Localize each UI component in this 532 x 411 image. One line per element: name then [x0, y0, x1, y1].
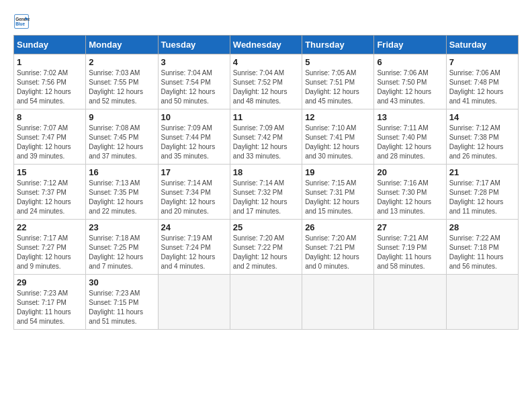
- day-cell-29: 29Sunrise: 7:23 AMSunset: 7:17 PMDayligh…: [14, 275, 86, 330]
- day-info: Sunrise: 7:18 AMSunset: 7:25 PMDaylight:…: [89, 234, 154, 271]
- day-info: Sunrise: 7:02 AMSunset: 7:56 PMDaylight:…: [17, 68, 83, 106]
- day-info: Sunrise: 7:22 AMSunset: 7:18 PMDaylight:…: [449, 234, 515, 271]
- day-number: 21: [449, 167, 515, 177]
- day-info: Sunrise: 7:20 AMSunset: 7:22 PMDaylight:…: [233, 234, 299, 271]
- day-number: 9: [89, 112, 154, 122]
- day-cell-22: 22Sunrise: 7:17 AMSunset: 7:27 PMDayligh…: [14, 220, 86, 275]
- day-number: 15: [17, 167, 83, 177]
- day-cell-25: 25Sunrise: 7:20 AMSunset: 7:22 PMDayligh…: [230, 220, 302, 275]
- day-info: Sunrise: 7:05 AMSunset: 7:51 PMDaylight:…: [305, 68, 371, 106]
- day-number: 2: [89, 57, 154, 67]
- day-info: Sunrise: 7:06 AMSunset: 7:48 PMDaylight:…: [449, 68, 515, 106]
- day-info: Sunrise: 7:17 AMSunset: 7:27 PMDaylight:…: [17, 234, 83, 271]
- day-number: 14: [449, 112, 515, 122]
- day-cell-3: 3Sunrise: 7:04 AMSunset: 7:54 PMDaylight…: [158, 54, 230, 109]
- day-number: 6: [377, 57, 443, 67]
- day-header-sunday: Sunday: [14, 36, 86, 54]
- day-number: 1: [17, 57, 83, 67]
- day-header-monday: Monday: [86, 36, 158, 54]
- day-header-tuesday: Tuesday: [158, 36, 230, 54]
- day-info: Sunrise: 7:04 AMSunset: 7:54 PMDaylight:…: [161, 68, 227, 106]
- day-cell-13: 13Sunrise: 7:11 AMSunset: 7:40 PMDayligh…: [374, 109, 446, 165]
- day-info: Sunrise: 7:10 AMSunset: 7:41 PMDaylight:…: [305, 124, 371, 161]
- day-cell-15: 15Sunrise: 7:12 AMSunset: 7:37 PMDayligh…: [14, 165, 86, 220]
- day-cell-2: 2Sunrise: 7:03 AMSunset: 7:55 PMDaylight…: [86, 54, 158, 109]
- day-number: 8: [17, 112, 83, 122]
- day-number: 24: [161, 222, 227, 232]
- day-number: 20: [377, 167, 443, 177]
- day-cell-4: 4Sunrise: 7:04 AMSunset: 7:52 PMDaylight…: [230, 54, 302, 109]
- day-info: Sunrise: 7:20 AMSunset: 7:21 PMDaylight:…: [305, 234, 371, 271]
- day-cell-7: 7Sunrise: 7:06 AMSunset: 7:48 PMDaylight…: [446, 54, 518, 109]
- day-number: 13: [377, 112, 443, 122]
- empty-cell: [158, 275, 230, 330]
- day-cell-1: 1Sunrise: 7:02 AMSunset: 7:56 PMDaylight…: [14, 54, 86, 109]
- week-row-2: 8Sunrise: 7:07 AMSunset: 7:47 PMDaylight…: [14, 109, 519, 165]
- day-info: Sunrise: 7:08 AMSunset: 7:45 PMDaylight:…: [89, 124, 154, 161]
- day-cell-26: 26Sunrise: 7:20 AMSunset: 7:21 PMDayligh…: [302, 220, 374, 275]
- day-number: 25: [233, 222, 299, 232]
- day-cell-16: 16Sunrise: 7:13 AMSunset: 7:35 PMDayligh…: [86, 165, 158, 220]
- day-info: Sunrise: 7:16 AMSunset: 7:30 PMDaylight:…: [377, 179, 443, 216]
- day-cell-6: 6Sunrise: 7:06 AMSunset: 7:50 PMDaylight…: [374, 54, 446, 109]
- day-number: 4: [233, 57, 299, 67]
- day-cell-11: 11Sunrise: 7:09 AMSunset: 7:42 PMDayligh…: [230, 109, 302, 165]
- day-number: 27: [377, 222, 443, 232]
- day-info: Sunrise: 7:04 AMSunset: 7:52 PMDaylight:…: [233, 68, 299, 106]
- week-row-3: 15Sunrise: 7:12 AMSunset: 7:37 PMDayligh…: [14, 165, 519, 220]
- day-header-friday: Friday: [374, 36, 446, 54]
- day-number: 22: [17, 222, 83, 232]
- day-header-wednesday: Wednesday: [230, 36, 302, 54]
- day-cell-24: 24Sunrise: 7:19 AMSunset: 7:24 PMDayligh…: [158, 220, 230, 275]
- day-cell-8: 8Sunrise: 7:07 AMSunset: 7:47 PMDaylight…: [14, 109, 86, 165]
- svg-text:Blue: Blue: [15, 21, 25, 26]
- day-info: Sunrise: 7:09 AMSunset: 7:44 PMDaylight:…: [161, 124, 227, 161]
- logo-icon: General Blue: [13, 13, 30, 30]
- empty-cell: [446, 275, 518, 330]
- day-info: Sunrise: 7:12 AMSunset: 7:38 PMDaylight:…: [449, 124, 515, 161]
- day-info: Sunrise: 7:07 AMSunset: 7:47 PMDaylight:…: [17, 124, 83, 161]
- day-cell-18: 18Sunrise: 7:14 AMSunset: 7:32 PMDayligh…: [230, 165, 302, 220]
- day-cell-27: 27Sunrise: 7:21 AMSunset: 7:19 PMDayligh…: [374, 220, 446, 275]
- day-number: 30: [89, 277, 154, 287]
- day-cell-19: 19Sunrise: 7:15 AMSunset: 7:31 PMDayligh…: [302, 165, 374, 220]
- day-number: 7: [449, 57, 515, 67]
- day-cell-10: 10Sunrise: 7:09 AMSunset: 7:44 PMDayligh…: [158, 109, 230, 165]
- day-number: 26: [305, 222, 371, 232]
- day-info: Sunrise: 7:15 AMSunset: 7:31 PMDaylight:…: [305, 179, 371, 216]
- calendar-table: SundayMondayTuesdayWednesdayThursdayFrid…: [13, 35, 519, 330]
- week-row-4: 22Sunrise: 7:17 AMSunset: 7:27 PMDayligh…: [14, 220, 519, 275]
- day-number: 19: [305, 167, 371, 177]
- day-header-saturday: Saturday: [446, 36, 518, 54]
- day-info: Sunrise: 7:14 AMSunset: 7:34 PMDaylight:…: [161, 179, 227, 216]
- day-cell-12: 12Sunrise: 7:10 AMSunset: 7:41 PMDayligh…: [302, 109, 374, 165]
- day-number: 23: [89, 222, 154, 232]
- day-info: Sunrise: 7:23 AMSunset: 7:15 PMDaylight:…: [89, 289, 154, 326]
- empty-cell: [302, 275, 374, 330]
- day-header-thursday: Thursday: [302, 36, 374, 54]
- day-cell-21: 21Sunrise: 7:17 AMSunset: 7:28 PMDayligh…: [446, 165, 518, 220]
- day-info: Sunrise: 7:13 AMSunset: 7:35 PMDaylight:…: [89, 179, 154, 216]
- day-cell-14: 14Sunrise: 7:12 AMSunset: 7:38 PMDayligh…: [446, 109, 518, 165]
- day-info: Sunrise: 7:21 AMSunset: 7:19 PMDaylight:…: [377, 234, 443, 271]
- day-cell-28: 28Sunrise: 7:22 AMSunset: 7:18 PMDayligh…: [446, 220, 518, 275]
- day-info: Sunrise: 7:09 AMSunset: 7:42 PMDaylight:…: [233, 124, 299, 161]
- day-cell-17: 17Sunrise: 7:14 AMSunset: 7:34 PMDayligh…: [158, 165, 230, 220]
- day-info: Sunrise: 7:06 AMSunset: 7:50 PMDaylight:…: [377, 68, 443, 106]
- day-number: 17: [161, 167, 227, 177]
- week-row-5: 29Sunrise: 7:23 AMSunset: 7:17 PMDayligh…: [14, 275, 519, 330]
- day-info: Sunrise: 7:03 AMSunset: 7:55 PMDaylight:…: [89, 68, 154, 106]
- empty-cell: [230, 275, 302, 330]
- day-cell-5: 5Sunrise: 7:05 AMSunset: 7:51 PMDaylight…: [302, 54, 374, 109]
- day-info: Sunrise: 7:14 AMSunset: 7:32 PMDaylight:…: [233, 179, 299, 216]
- day-info: Sunrise: 7:23 AMSunset: 7:17 PMDaylight:…: [17, 289, 83, 326]
- day-cell-23: 23Sunrise: 7:18 AMSunset: 7:25 PMDayligh…: [86, 220, 158, 275]
- day-number: 11: [233, 112, 299, 122]
- day-info: Sunrise: 7:17 AMSunset: 7:28 PMDaylight:…: [449, 179, 515, 216]
- day-cell-20: 20Sunrise: 7:16 AMSunset: 7:30 PMDayligh…: [374, 165, 446, 220]
- day-number: 28: [449, 222, 515, 232]
- day-number: 29: [17, 277, 83, 287]
- day-number: 16: [89, 167, 154, 177]
- day-number: 3: [161, 57, 227, 67]
- day-info: Sunrise: 7:12 AMSunset: 7:37 PMDaylight:…: [17, 179, 83, 216]
